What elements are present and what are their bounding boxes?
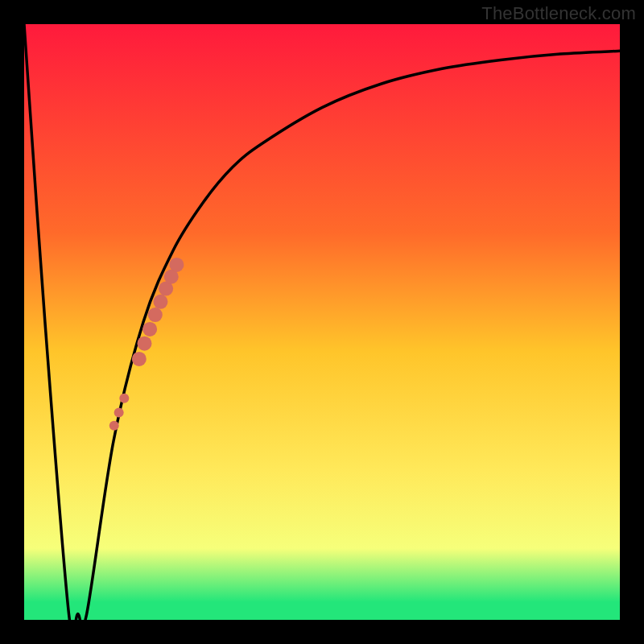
chart-container: { "watermark": "TheBottleneck.com", "col… <box>0 0 644 644</box>
marker-dot <box>148 308 163 322</box>
marker-dot <box>169 258 184 272</box>
marker-dot <box>153 295 167 309</box>
watermark-text: TheBottleneck.com <box>481 3 636 24</box>
chart-plot-area <box>24 24 620 620</box>
bottleneck-chart <box>0 0 644 644</box>
marker-dot <box>109 421 119 431</box>
marker-dot <box>114 407 124 417</box>
marker-dot <box>119 394 129 403</box>
marker-dot <box>137 336 151 351</box>
marker-dot <box>132 352 147 366</box>
marker-dot <box>142 322 157 336</box>
